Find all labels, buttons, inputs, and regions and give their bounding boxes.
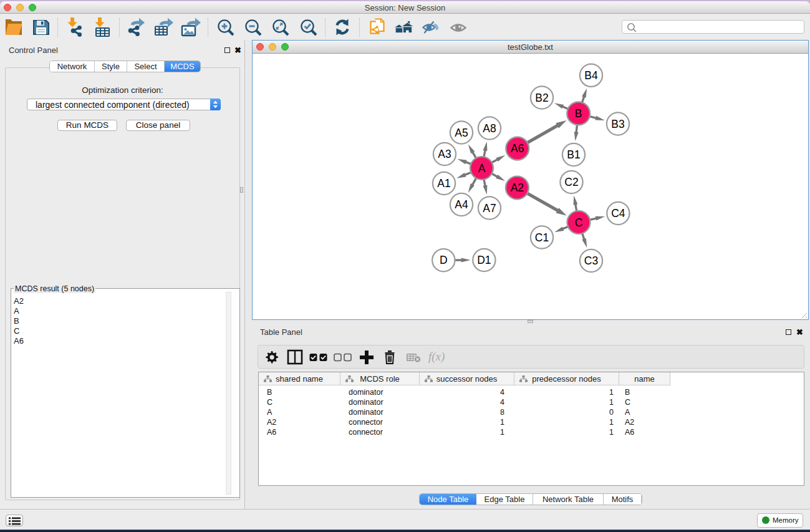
svg-text:C3: C3 — [584, 254, 598, 267]
svg-text:A2: A2 — [511, 181, 524, 194]
svg-text:B4: B4 — [584, 69, 598, 82]
svg-text:A6: A6 — [511, 142, 524, 155]
svg-text:A7: A7 — [483, 202, 496, 215]
svg-text:A3: A3 — [438, 148, 451, 160]
svg-text:A5: A5 — [455, 127, 468, 139]
svg-text:C2: C2 — [564, 176, 578, 188]
svg-text:A1: A1 — [437, 177, 450, 190]
svg-text:C1: C1 — [535, 231, 549, 244]
svg-text:A8: A8 — [483, 122, 496, 135]
svg-text:B1: B1 — [567, 148, 580, 161]
svg-text:C: C — [575, 216, 583, 229]
svg-text:B2: B2 — [535, 92, 548, 104]
svg-text:D1: D1 — [477, 254, 491, 266]
svg-text:B: B — [575, 107, 582, 120]
svg-text:D: D — [440, 254, 448, 266]
svg-text:B3: B3 — [611, 118, 624, 130]
svg-text:A4: A4 — [455, 198, 468, 211]
svg-text:A: A — [478, 162, 486, 175]
svg-text:C4: C4 — [611, 207, 625, 220]
